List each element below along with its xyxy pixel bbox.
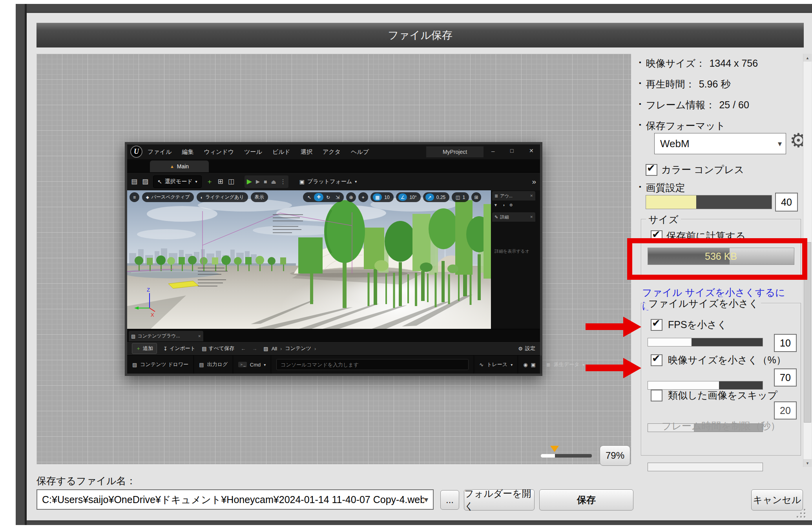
camera-speed-control[interactable]: ◫ 1 bbox=[452, 192, 469, 202]
stop-icon[interactable]: ■ bbox=[264, 179, 267, 185]
surface-snap-button[interactable]: ⌖ bbox=[358, 192, 368, 202]
scroll-down-button[interactable]: ▾ bbox=[803, 459, 812, 467]
eject-icon[interactable]: ⏏ bbox=[271, 179, 276, 185]
reduce-size-value-input[interactable] bbox=[774, 368, 797, 387]
settings-icon[interactable]: ⚙ bbox=[509, 203, 513, 207]
close-button[interactable]: ✕ bbox=[529, 148, 534, 154]
color-compress-checkbox[interactable]: ✔ bbox=[646, 164, 657, 176]
tab-main-level[interactable]: ▲ Main bbox=[150, 160, 209, 172]
reduce-size-checkbox[interactable]: ✔ bbox=[651, 354, 662, 366]
reduce-size-slider[interactable] bbox=[648, 381, 763, 390]
reduce-fps-checkbox[interactable]: ✔ bbox=[651, 319, 662, 331]
select-tool-icon[interactable]: ↖ bbox=[305, 195, 314, 200]
skip-similar-value-input[interactable] bbox=[774, 401, 797, 419]
content-drawer-button[interactable]: ▨ コンテンツ ドロワー bbox=[127, 356, 194, 374]
breadcrumb-root[interactable]: All bbox=[272, 346, 277, 352]
menu-select[interactable]: 選択 bbox=[301, 148, 312, 156]
blueprints-icon[interactable]: ⊞ bbox=[218, 177, 223, 186]
output-log-button[interactable]: ▤ 出力ログ bbox=[194, 356, 233, 374]
toolbar-overflow-icon[interactable]: » bbox=[532, 177, 536, 186]
back-icon[interactable]: ← bbox=[241, 346, 246, 352]
add-actor-icon[interactable]: ＋ bbox=[206, 177, 213, 186]
derived-data-dropdown[interactable]: ≣ 派生データ ▾ bbox=[541, 356, 590, 374]
angle-snap-control[interactable]: ∠ 10° bbox=[396, 192, 421, 202]
minimize-button[interactable]: – bbox=[491, 148, 494, 154]
cmd-dropdown[interactable]: ＞_ Cmd ▾ bbox=[233, 356, 271, 374]
console-command-input[interactable] bbox=[276, 359, 469, 370]
import-button[interactable]: ↧ インポート bbox=[163, 345, 195, 352]
zoom-slider-marker[interactable] bbox=[550, 446, 559, 452]
resize-grip[interactable] bbox=[797, 509, 807, 519]
filename-input[interactable] bbox=[42, 494, 424, 505]
lit-sphere-icon: ◐ bbox=[201, 195, 203, 200]
tab-outliner[interactable]: ≣ アウ... ✕ bbox=[492, 191, 535, 201]
select-mode-dropdown[interactable]: ↖ 選択モード ▾ bbox=[153, 175, 201, 188]
menu-file[interactable]: ファイル bbox=[148, 148, 172, 156]
view-mode-button[interactable]: ◐ ライティングあり bbox=[197, 192, 248, 202]
close-icon[interactable]: ✕ bbox=[530, 194, 533, 198]
rotate-tool-icon[interactable]: ↻ bbox=[323, 195, 333, 200]
play-options-icon[interactable]: ⋮ bbox=[280, 178, 286, 185]
menu-window[interactable]: ウィンドウ bbox=[204, 148, 234, 156]
viewport-options-button[interactable]: ≡ bbox=[130, 192, 139, 202]
save-icon[interactable]: ▤ bbox=[131, 177, 137, 186]
frame-skip-icon[interactable]: ▶ bbox=[256, 179, 260, 184]
scroll-up-button[interactable]: ▴ bbox=[803, 54, 812, 62]
scale-tool-icon[interactable]: ⇲ bbox=[333, 195, 342, 200]
show-button[interactable]: 表示 bbox=[251, 192, 268, 202]
ue-toolbar: ▤ ▨ ↖ 選択モード ▾ ＋ ⊞ ◫ ▶ ▶ ■ ⏏ ⋮ bbox=[127, 172, 540, 190]
menu-tools[interactable]: ツール bbox=[244, 148, 262, 156]
insights-button[interactable]: ◉ ▣ bbox=[518, 356, 541, 374]
open-folder-button[interactable]: フォルダーを開く bbox=[464, 489, 535, 511]
skip-similar-checkbox[interactable] bbox=[651, 390, 662, 401]
quality-label: 画質設定 bbox=[646, 181, 685, 194]
skip-similar-option[interactable]: 類似した画像をスキップ bbox=[651, 389, 777, 402]
zoom-level-button[interactable]: 79% bbox=[600, 445, 630, 466]
browse-button[interactable]: ... bbox=[440, 490, 459, 510]
reduce-fps-option[interactable]: ✔ FPSを小さく bbox=[651, 318, 727, 331]
close-icon[interactable]: ✕ bbox=[530, 215, 533, 219]
quality-slider[interactable] bbox=[646, 195, 772, 209]
limit-frame-time-slider[interactable] bbox=[648, 463, 763, 471]
menu-help[interactable]: ヘルプ bbox=[351, 148, 369, 156]
menu-actor[interactable]: アクタ bbox=[323, 148, 341, 156]
trace-dropdown[interactable]: ∿ トレース ▾ bbox=[474, 356, 518, 374]
forward-icon[interactable]: → bbox=[252, 346, 257, 352]
filename-combobox[interactable]: ▾ bbox=[36, 489, 434, 510]
platforms-dropdown[interactable]: ▣ プラットフォーム ▾ bbox=[299, 178, 357, 185]
format-select[interactable]: WebM ▾ bbox=[654, 133, 786, 154]
grid-snap-control[interactable]: ▦ 10 bbox=[370, 192, 394, 202]
reduce-fps-slider[interactable] bbox=[648, 338, 763, 346]
close-icon[interactable]: ✕ bbox=[198, 334, 201, 338]
scale-snap-control[interactable]: ↗ 0.25 bbox=[423, 192, 449, 202]
eye-icon[interactable]: ◑ bbox=[502, 203, 505, 207]
tab-content-browser[interactable]: ▨ コンテンツブラウ... ✕ bbox=[129, 331, 203, 341]
maximize-button[interactable]: □ bbox=[510, 148, 513, 154]
content-settings-button[interactable]: ⚙ 設定 bbox=[518, 345, 535, 352]
move-tool-icon[interactable]: ✚ bbox=[314, 193, 323, 201]
tab-details[interactable]: ✎ 詳細 ✕ bbox=[492, 212, 535, 222]
menu-build[interactable]: ビルド bbox=[272, 148, 290, 156]
save-all-button[interactable]: ▤ すべて保存 bbox=[202, 345, 234, 352]
chevron-down-icon: ▾ bbox=[511, 363, 513, 367]
browse-content-icon[interactable]: ▨ bbox=[142, 177, 148, 186]
annotation-highlight-box bbox=[627, 238, 807, 280]
reduce-fps-value-input[interactable] bbox=[774, 334, 797, 352]
perspective-button[interactable]: ◆ パースペクティブ bbox=[142, 192, 194, 202]
bullet-icon: ▪ bbox=[639, 59, 641, 66]
cinematics-icon[interactable]: ◫ bbox=[228, 177, 234, 186]
preview-zoom-slider[interactable] bbox=[541, 454, 592, 458]
play-icon[interactable]: ▶ bbox=[247, 177, 252, 186]
quality-value-input[interactable] bbox=[775, 193, 798, 212]
size-group-title: サイズ bbox=[646, 213, 681, 226]
color-compress-option[interactable]: ✔ カラー コンプレス bbox=[646, 163, 744, 176]
breadcrumb-content[interactable]: コンテンツ bbox=[285, 345, 311, 352]
cancel-button[interactable]: キャンセル bbox=[751, 489, 803, 511]
add-button[interactable]: ＋ 追加 bbox=[132, 343, 157, 354]
save-button[interactable]: 保存 bbox=[539, 489, 633, 511]
menu-edit[interactable]: 編集 bbox=[182, 148, 193, 156]
filter-icon[interactable]: ▼ bbox=[494, 203, 498, 207]
reduce-size-option[interactable]: ✔ 映像サイズを小さく（%） bbox=[651, 354, 786, 367]
viewport-layout-button[interactable]: ⊞ bbox=[471, 192, 481, 202]
world-space-button[interactable]: ⊕ bbox=[346, 192, 356, 202]
